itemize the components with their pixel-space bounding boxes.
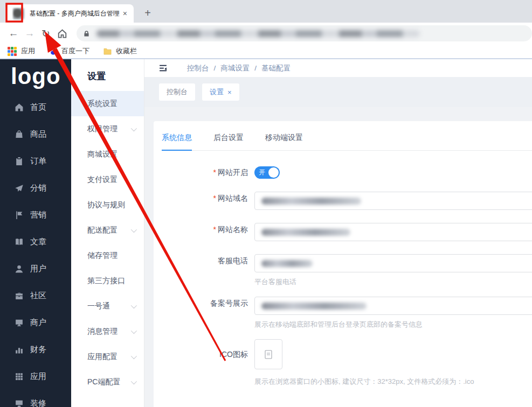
settings-item-permission[interactable]: 权限管理 [71, 116, 144, 142]
tab-title: 基础配置 - 多商户商城后台管理 [30, 9, 121, 18]
settings-item-appconfig[interactable]: 应用配置 [71, 344, 144, 369]
settings-item-thirdparty[interactable]: 第三方接口 [71, 268, 144, 293]
chevron-down-icon [131, 328, 137, 334]
breadcrumb-item[interactable]: 商城设置 [220, 64, 250, 73]
service-phone-input[interactable] [254, 254, 532, 272]
masked-value [261, 260, 313, 267]
monitor-icon [15, 399, 24, 407]
toggle-knob [268, 167, 279, 178]
breadcrumb-separator: / [254, 64, 257, 72]
sidebar-item-apps[interactable]: 应用 [0, 363, 71, 390]
sidebar-item-decorate[interactable]: 装修 [0, 390, 71, 407]
panel-tabs: 系统信息 后台设置 移动端设置 [162, 133, 532, 151]
lock-icon [83, 30, 90, 37]
bar-chart-icon [15, 345, 24, 354]
home-icon [15, 103, 24, 112]
masked-value [261, 229, 350, 236]
sidebar-item-finance[interactable]: 财务 [0, 336, 71, 363]
tag-bar: 控制台 设置 × [144, 77, 532, 107]
browser-toolbar: ← → ↻ [0, 23, 532, 44]
forward-icon[interactable]: → [22, 25, 38, 41]
required-mark: * [213, 168, 216, 177]
breadcrumb-item[interactable]: 基础配置 [261, 64, 291, 73]
masked-value [261, 303, 367, 310]
sidebar-item-goods[interactable]: 商品 [0, 121, 71, 148]
site-enable-toggle[interactable]: 开 [254, 166, 280, 179]
settings-item-message[interactable]: 消息管理 [71, 319, 144, 344]
bookmark-label: 百度一下 [61, 46, 89, 56]
settings-item-system[interactable]: 系统设置 [71, 91, 144, 116]
sidebar-item-community[interactable]: 社区 [0, 282, 71, 309]
sidebar-item-users[interactable]: 用户 [0, 255, 71, 282]
tab-close-icon[interactable]: × [121, 9, 129, 18]
grid-icon [15, 372, 24, 381]
baidu-paw-icon [49, 47, 57, 55]
address-bar[interactable] [77, 25, 532, 41]
sidebar-item-distribution[interactable]: 分销 [0, 174, 71, 201]
main-area: 控制台 / 商城设置 / 基础配置 控制台 设置 × 系统信息 后台设置 移动端… [144, 59, 532, 407]
ico-upload-box[interactable] [254, 339, 282, 369]
paper-plane-icon [15, 184, 24, 193]
form-row-site-enable: *网站开启 开 [162, 166, 532, 179]
settings-item-mall[interactable]: 商城设置 [71, 142, 144, 167]
tag-close-icon[interactable]: × [227, 88, 232, 96]
clipboard-icon [15, 157, 24, 166]
folder-icon [103, 47, 112, 55]
tab-backend-settings[interactable]: 后台设置 [213, 133, 244, 150]
sidebar-item-merchants[interactable]: 商户 [0, 309, 71, 336]
site-domain-input[interactable] [254, 192, 532, 210]
sidebar-item-home[interactable]: 首页 [0, 94, 71, 121]
form-row-icp-number: 备案号展示 展示在移动端底部和管理后台登录页底部的备案号信息 [162, 297, 532, 329]
primary-sidebar: logo 首页 商品 订单 分销 营销 文章 用户 [0, 59, 71, 407]
browser-tab[interactable]: 基础配置 - 多商户商城后台管理 × [5, 4, 134, 23]
settings-item-pcconfig[interactable]: PC端配置 [71, 369, 144, 395]
form-row-ico-icon: ICO图标 展示在浏览器窗口的小图标, 建议尺寸：32*32px, 文件格式必须… [162, 339, 532, 387]
required-mark: * [213, 194, 216, 202]
icp-number-input[interactable] [254, 297, 532, 315]
admin-app: logo 首页 商品 订单 分销 营销 文章 用户 [0, 59, 532, 407]
settings-item-payment[interactable]: 支付设置 [71, 167, 144, 192]
settings-item-delivery[interactable]: 配送配置 [71, 217, 144, 243]
breadcrumb-item[interactable]: 控制台 [187, 64, 209, 73]
url-masked [96, 30, 420, 37]
breadcrumb-separator: / [214, 64, 216, 72]
settings-panel: 系统信息 后台设置 移动端设置 *网站开启 开 [154, 121, 532, 407]
bookmark-folder[interactable]: 收藏栏 [103, 46, 137, 56]
chevron-down-icon [131, 125, 137, 131]
menu-collapse-icon[interactable] [158, 64, 168, 73]
book-icon [15, 237, 24, 247]
sidebar-item-marketing[interactable]: 营销 [0, 201, 71, 228]
chevron-down-icon [131, 227, 137, 233]
bookmark-apps[interactable]: 应用 [8, 46, 35, 56]
back-icon[interactable]: ← [5, 25, 22, 41]
new-tab-button[interactable]: + [140, 5, 155, 20]
settings-item-yihaotong[interactable]: 一号通 [71, 293, 144, 319]
required-mark: * [213, 225, 216, 234]
bag-icon [15, 130, 24, 139]
bookmarks-bar: 应用 百度一下 收藏栏 [0, 44, 532, 59]
settings-item-storage[interactable]: 储存管理 [71, 243, 144, 268]
briefcase-icon [15, 291, 24, 300]
sidebar-item-articles[interactable]: 文章 [0, 228, 71, 255]
favicon [13, 8, 24, 19]
field-hint: 展示在浏览器窗口的小图标, 建议尺寸：32*32px, 文件格式必须为：.ico [254, 377, 474, 387]
home-icon[interactable] [54, 25, 70, 41]
storefront-icon [15, 318, 24, 327]
tag-console[interactable]: 控制台 [159, 83, 195, 101]
tab-mobile-settings[interactable]: 移动端设置 [265, 133, 303, 150]
tab-system-info[interactable]: 系统信息 [162, 133, 192, 151]
site-name-input[interactable] [254, 223, 532, 241]
field-hint: 平台客服电话 [254, 277, 532, 287]
content-area: 系统信息 后台设置 移动端设置 *网站开启 开 [144, 107, 532, 407]
refresh-icon[interactable]: ↻ [38, 25, 54, 41]
chevron-down-icon [131, 303, 137, 308]
form-row-site-domain: *网站域名 [162, 192, 532, 210]
sidebar-item-orders[interactable]: 订单 [0, 148, 71, 174]
field-hint: 展示在移动端底部和管理后台登录页底部的备案号信息 [254, 320, 532, 329]
bookmark-baidu[interactable]: 百度一下 [49, 46, 89, 56]
settings-item-agreement[interactable]: 协议与规则 [71, 192, 144, 217]
form-row-service-phone: 客服电话 平台客服电话 [162, 254, 532, 287]
tag-settings[interactable]: 设置 × [202, 83, 239, 101]
main-header: 控制台 / 商城设置 / 基础配置 [144, 59, 532, 77]
apps-grid-icon [8, 47, 17, 56]
